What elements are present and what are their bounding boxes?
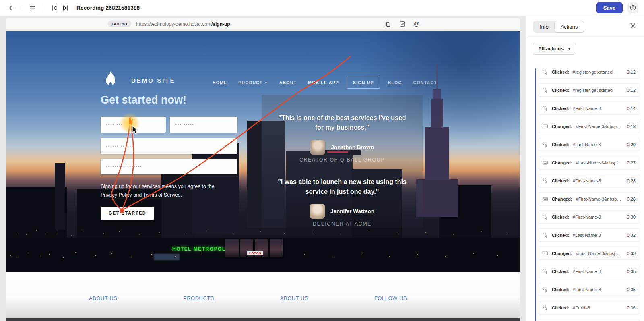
info-circle-icon	[630, 4, 636, 11]
action-row[interactable]: Clicked: #First-Name-3 0:28	[538, 174, 640, 187]
click-action-icon	[542, 141, 548, 147]
action-time: 0:27	[627, 160, 636, 165]
all-actions-dropdown[interactable]: All actions ▼	[533, 43, 576, 55]
palace-clock-box	[433, 89, 441, 99]
session-viewport: HOTEL METROPOL LOTOS DEMO SITE HOME PROD…	[6, 31, 520, 321]
info-button[interactable]	[627, 2, 638, 13]
playback-stage: TAB: 1/1 https://technology-demo.hotjar.…	[0, 16, 526, 321]
action-time: 0:20	[627, 142, 636, 147]
masked-value: ▪▪▪▪▪▪ ▪▪▪▪▪▪	[106, 144, 134, 148]
action-row[interactable]: Clicked: #First-Name-3 0:35	[538, 265, 640, 278]
top-toolbar: Recording 26821581388 Save	[0, 0, 644, 16]
action-row[interactable]: Changed: #First-Name-3&nbsp;to "*" 0:19	[538, 120, 640, 133]
nav-sign-up[interactable]: SIGN UP	[347, 77, 380, 89]
nav-mobile-app[interactable]: MOBILE APP	[302, 77, 345, 88]
click-action-icon	[542, 232, 548, 238]
close-panel-button[interactable]	[628, 21, 638, 32]
footer-link-about-us[interactable]: ABOUT US	[89, 295, 117, 301]
action-row[interactable]: Changed: #First-Name-3&nbsp;to "**... 0:…	[538, 192, 640, 205]
action-time: 0:30	[627, 215, 636, 220]
avatar	[310, 204, 325, 219]
action-time: 0:14	[627, 106, 636, 111]
testimonial-name: Jonathon Brown	[331, 144, 374, 150]
action-target: #First-Name-3	[573, 106, 622, 111]
action-time: 0:33	[627, 251, 636, 256]
at-icon[interactable]: @	[413, 20, 420, 27]
keyboard-action-icon	[542, 250, 548, 256]
nav-home[interactable]: HOME	[207, 77, 233, 88]
testimonial-quote: "This is one of the best services I've u…	[274, 95, 411, 133]
last-name-field[interactable]: ▪▪▪ ▪▪▪▪▪	[170, 117, 237, 133]
action-target: #Last-Name-3	[573, 233, 622, 238]
action-row[interactable]: Clicked: #Last-Name-3 0:20	[538, 138, 640, 151]
action-target: #First-Name-3&nbsp;to "**...	[576, 197, 622, 201]
nav-about[interactable]: ABOUT	[274, 77, 302, 88]
tab-info[interactable]: Info	[534, 21, 555, 32]
actions-scroll-area[interactable]: Clicked: #register-get-started 0:12 Clic…	[533, 68, 640, 321]
first-name-field[interactable]: ▪▪▪▪ ▪▪▪	[101, 117, 166, 133]
click-action-icon	[542, 178, 548, 184]
nav-product[interactable]: PRODUCT▼	[233, 77, 273, 88]
panel-divider	[526, 37, 644, 37]
footer-link-follow-us[interactable]: FOLLOW US	[374, 295, 407, 301]
action-type-label: Changed:	[552, 251, 572, 256]
recordings-list-button[interactable]	[27, 2, 38, 14]
recordings-list-icon	[29, 4, 36, 12]
footer-link-about-us-2[interactable]: ABOUT US	[280, 295, 308, 301]
action-target: #Last-Name-3&nbsp;to "**"	[576, 251, 622, 256]
close-icon	[630, 23, 636, 29]
testimonial-quote: "I was able to launch a new site using t…	[274, 163, 411, 197]
email-field[interactable]: ▪▪▪▪▪▪ ▪▪▪▪▪▪	[101, 138, 237, 154]
action-row[interactable]: Changed: #Email-3&nbsp;to "****" 0:36	[538, 319, 640, 321]
action-row[interactable]: Clicked: #register-get-started 0:12	[538, 83, 640, 97]
action-time: 0:35	[627, 269, 636, 274]
tab-actions[interactable]: Actions	[555, 21, 584, 32]
action-time: 0:19	[627, 124, 636, 129]
back-button[interactable]	[6, 2, 17, 14]
palace-tower-top	[431, 99, 443, 128]
click-action-icon	[542, 304, 548, 311]
privacy-policy-link[interactable]: Privacy Policy	[101, 192, 132, 198]
action-type-label: Clicked:	[552, 88, 569, 93]
action-row[interactable]: Clicked: #Email-3 0:36	[538, 301, 640, 314]
footer-link-products[interactable]: PRODUCTS	[183, 295, 214, 301]
save-button[interactable]: Save	[596, 2, 623, 13]
chevron-down-icon: ▼	[264, 81, 268, 85]
action-type-label: Clicked:	[552, 178, 569, 183]
action-row[interactable]: Clicked: #First-Name-3 0:35	[538, 283, 640, 296]
action-row[interactable]: Changed: #Last-Name-3&nbsp;to "**" 0:33	[538, 246, 640, 260]
url-bar: TAB: 1/1 https://technology-demo.hotjar.…	[6, 18, 520, 29]
click-action-icon	[542, 214, 548, 220]
action-row[interactable]: Clicked: #register-get-started 0:12	[538, 68, 640, 79]
terms-of-service-link[interactable]: Terms of Service	[143, 192, 180, 198]
tab-counter-badge: TAB: 1/1	[108, 21, 131, 27]
keyboard-action-icon	[542, 196, 548, 202]
nav-blog[interactable]: BLOG	[382, 77, 408, 88]
action-row[interactable]: Clicked: #Last-Name-3 0:32	[538, 228, 640, 242]
action-type-label: Clicked:	[552, 269, 569, 274]
testimonials-panel: "This is one of the best services I've u…	[262, 95, 423, 228]
action-type-label: Clicked:	[552, 287, 569, 292]
action-row[interactable]: Clicked: #First-Name-3 0:30	[538, 210, 640, 224]
copy-url-icon[interactable]	[384, 20, 391, 27]
masked-value: ▪▪▪▪ ▪▪▪	[106, 123, 123, 126]
next-recording-button[interactable]	[60, 2, 71, 14]
masked-value: ▪▪▪ ▪▪▪▪▪	[175, 123, 194, 126]
action-row[interactable]: Clicked: #First-Name-3 0:14	[538, 101, 640, 115]
masked-value: ▪▪▪▪▪▪▪▪▪ ▪▪▪▪▪▪▪	[106, 165, 142, 168]
actions-list: Clicked: #register-get-started 0:12 Clic…	[538, 68, 640, 321]
action-time: 0:12	[627, 88, 636, 93]
action-type-label: Clicked:	[552, 305, 569, 310]
get-started-button[interactable]: GET STARTED	[101, 207, 154, 220]
action-row[interactable]: Changed: #Last-Name-3&nbsp;to "*" 0:27	[538, 156, 640, 169]
click-action-icon	[542, 87, 548, 93]
open-external-icon[interactable]	[398, 20, 406, 27]
keyboard-action-icon	[542, 123, 548, 129]
action-target: #First-Name-3	[573, 178, 622, 183]
toolbar-divider	[43, 4, 43, 12]
site-footer: ABOUT US PRODUCTS ABOUT US FOLLOW US	[6, 272, 520, 318]
nav-contact[interactable]: CONTACT	[408, 77, 443, 88]
password-field[interactable]: ▪▪▪▪▪▪▪▪▪ ▪▪▪▪▪▪▪	[101, 159, 237, 174]
previous-recording-button[interactable]	[48, 2, 60, 14]
terms-text: Signing up for our services means you ag…	[101, 182, 229, 199]
